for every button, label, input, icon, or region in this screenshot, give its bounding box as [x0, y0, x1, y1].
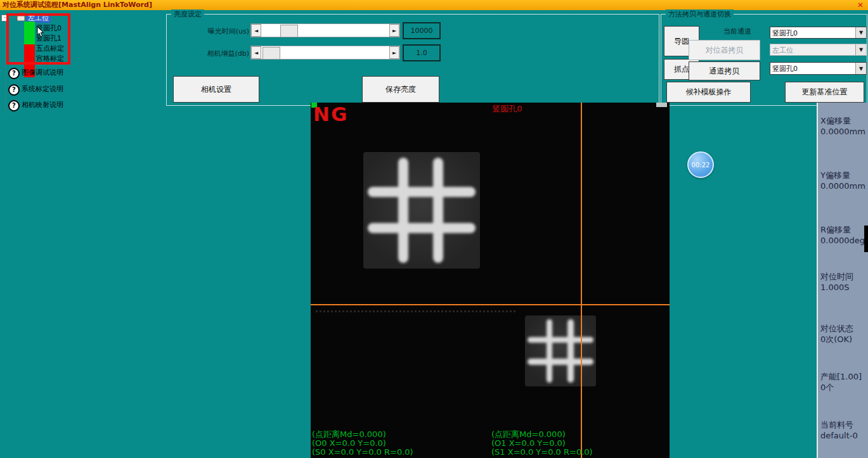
- help-icon: ?: [8, 100, 20, 111]
- method-panel-title: 方法拷贝与通道切换: [666, 10, 734, 19]
- project-tree: - 左工位 竖圆孔0 竖圆孔1 五点标定 宫格标定 ? ? ? 图像调试说明 系…: [0, 10, 166, 143]
- stat-align-status: 对位状态 0次(OK): [820, 323, 853, 345]
- overlay-line: (点距离Md=0.000): [312, 430, 413, 439]
- timer-value: 00:22: [692, 162, 710, 169]
- window-title: 对位系统调试流程[MastAlign LinkToWord]: [3, 1, 152, 9]
- app-window: 对位系统调试流程[MastAlign LinkToWord] ✕ - 左工位 竖…: [0, 0, 868, 458]
- stats-panel: X偏移量 0.0000mm Y偏移量 0.0000mm R偏移量 0.0000d…: [817, 103, 868, 458]
- gain-scrollbar[interactable]: ◄ ►: [250, 46, 400, 60]
- viewport-channel-label: 竖圆孔0: [472, 103, 542, 115]
- chevron-down-icon: ▼: [855, 44, 866, 55]
- stat-y-offset: Y偏移量 0.0000mm: [820, 170, 865, 191]
- overlay-line: (S0 X=0.0 Y=0.0 R=0.0): [312, 448, 413, 457]
- save-brightness-button[interactable]: 保存亮度: [362, 76, 439, 103]
- help-icon: ?: [8, 84, 20, 96]
- stat-label: 对位时间: [820, 271, 853, 282]
- chevron-down-icon[interactable]: ▼: [855, 27, 866, 38]
- camera-settings-button[interactable]: 相机设置: [173, 76, 259, 103]
- scroll-left-icon[interactable]: ◄: [251, 46, 261, 59]
- gain-label: 相机增益(db): [190, 49, 249, 58]
- channel-dropdown-value: 竖圆孔0: [770, 27, 855, 38]
- fiducial-mark-large: [363, 152, 480, 269]
- gain-value: 1.0: [403, 44, 441, 61]
- channel-copy-button[interactable]: 通道拷贝: [689, 61, 760, 80]
- stat-value: 0.0000mm: [820, 126, 865, 137]
- station-dropdown: 左工位 ▼: [770, 44, 867, 56]
- stat-value: default-0: [820, 430, 858, 441]
- exposure-scroll-thumb[interactable]: [280, 25, 298, 37]
- stat-value: 0.0000mm: [820, 181, 865, 191]
- channel-dropdown[interactable]: 竖圆孔0 ▼: [770, 27, 867, 39]
- template-operation-button[interactable]: 候补模板操作: [666, 82, 751, 103]
- stat-value: 0个: [820, 382, 862, 393]
- mouse-cursor-icon: [37, 27, 44, 37]
- brightness-panel: 亮度设定 曝光时间(us) ◄ ► 10000 相机增益(db) ◄ ► 1.0…: [166, 14, 659, 106]
- method-panel: 方法拷贝与通道切换 导圆 抓点 当前通道 竖圆孔0 ▼ 对位器拷贝 左工位 ▼ …: [661, 14, 867, 106]
- channel-dropdown-2[interactable]: 竖圆孔0 ▼: [770, 62, 867, 75]
- chevron-down-icon[interactable]: ▼: [855, 63, 866, 74]
- collapse-toggle-icon[interactable]: -: [1, 15, 8, 22]
- result-badge: NG: [313, 103, 348, 125]
- overlay-line: (点距离Md=0.000): [491, 430, 593, 439]
- tree-item-camera-map-help[interactable]: 相机映射说明: [22, 101, 63, 110]
- stat-label: X偏移量: [820, 115, 865, 126]
- fiducial-mark-small: [525, 315, 596, 386]
- station-dropdown-value: 左工位: [770, 44, 855, 55]
- title-bar: 对位系统调试流程[MastAlign LinkToWord] ✕: [0, 0, 868, 10]
- stat-label: 产能[1.00]: [820, 371, 862, 382]
- exposure-value: 10000: [403, 22, 441, 39]
- viewport-top-nub: [656, 103, 667, 107]
- scroll-right-icon[interactable]: ►: [389, 46, 399, 59]
- exposure-scrollbar[interactable]: ◄ ►: [250, 23, 400, 37]
- brightness-panel-title: 亮度设定: [171, 10, 204, 19]
- stat-value: 0次(OK): [820, 334, 853, 345]
- scroll-left-icon[interactable]: ◄: [251, 24, 261, 37]
- update-base-position-button[interactable]: 更新基准位置: [785, 82, 864, 103]
- exposure-label: 曝光时间(us): [190, 27, 249, 36]
- faint-dotted-line: [316, 310, 515, 312]
- measurement-overlay-right: (点距离Md=0.000) (O1 X=0.0 Y=0.0) (S1 X=0.0…: [491, 430, 593, 457]
- overlay-line: (S1 X=0.0 Y=0.0 R=0.0): [491, 448, 593, 457]
- stat-label: Y偏移量: [820, 170, 865, 181]
- camera-viewport: NG 竖圆孔0 (点距离Md=0.000) (O0 X=0.0 Y=0.0) (…: [311, 103, 670, 458]
- status-block-green: [24, 22, 35, 44]
- channel-dropdown-2-value: 竖圆孔0: [770, 63, 855, 74]
- station-house-icon: [16, 12, 26, 21]
- tree-item-image-debug-help[interactable]: 图像调试说明: [22, 68, 63, 77]
- scroll-right-icon[interactable]: ►: [389, 24, 399, 37]
- tree-item-grid-calib[interactable]: 宫格标定: [36, 54, 64, 63]
- crosshair-vertical-line: [581, 103, 582, 458]
- help-icon: ?: [8, 68, 20, 79]
- tree-item-five-point-calib[interactable]: 五点标定: [36, 44, 64, 53]
- crosshair-horizontal-line: [311, 304, 670, 305]
- stat-value: 1.000S: [820, 282, 853, 293]
- measurement-overlay-left: (点距离Md=0.000) (O0 X=0.0 Y=0.0) (S0 X=0.0…: [312, 430, 413, 457]
- stat-align-time: 对位时间 1.000S: [820, 271, 853, 293]
- stat-x-offset: X偏移量 0.0000mm: [820, 115, 865, 137]
- gain-scroll-thumb[interactable]: [262, 47, 280, 60]
- tree-item-system-calib-help[interactable]: 系统标定说明: [22, 85, 63, 94]
- stat-label: 对位状态: [820, 323, 853, 334]
- stat-value: 0.0000deg: [820, 235, 865, 246]
- stat-current-part: 当前料号 default-0: [820, 419, 858, 441]
- stat-label: 当前料号: [820, 419, 858, 430]
- recording-timer-badge[interactable]: 00:22: [687, 151, 714, 178]
- stat-r-offset: R偏移量 0.0000deg: [820, 224, 865, 246]
- tree-connector: [5, 19, 6, 115]
- stat-capacity: 产能[1.00] 0个: [820, 371, 862, 393]
- close-icon[interactable]: ✕: [857, 0, 864, 10]
- stats-scrollbar-fragment[interactable]: [864, 226, 868, 252]
- overlay-line: (O0 X=0.0 Y=0.0): [312, 439, 413, 448]
- overlay-line: (O1 X=0.0 Y=0.0): [491, 439, 593, 448]
- current-channel-label: 当前通道: [706, 27, 769, 36]
- stat-label: R偏移量: [820, 224, 865, 235]
- aligner-copy-button: 对位器拷贝: [689, 40, 760, 60]
